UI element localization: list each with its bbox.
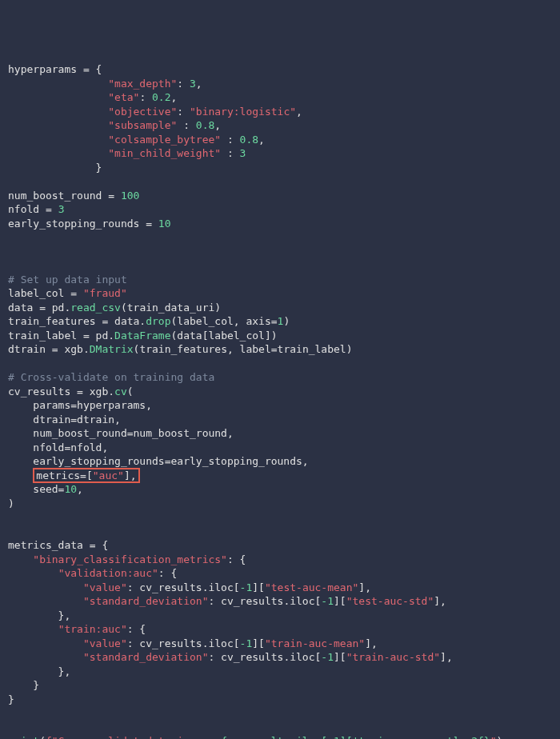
code-line: metrics_data = { — [8, 539, 108, 551]
code-line: } — [8, 679, 39, 691]
code-line: ) — [8, 497, 14, 509]
code-line: early_stopping_rounds=early_stopping_rou… — [8, 455, 309, 467]
code-line: }, — [8, 609, 70, 621]
code-line: nfold = 3 — [8, 203, 64, 215]
code-line: "standard_deviation": cv_results.iloc[-1… — [8, 651, 453, 663]
code-content: hyperparams = { "max_depth": 3, "eta": 0… — [8, 62, 552, 739]
code-line: "colsample_bytree" : 0.8, — [8, 134, 265, 146]
code-line: train_features = data.drop(label_col, ax… — [8, 315, 290, 327]
code-line: # Set up data input — [8, 274, 127, 286]
code-line: cv_results = xgb.cv( — [8, 385, 134, 397]
code-line: }, — [8, 665, 70, 677]
code-line: "validation:auc": { — [8, 567, 177, 579]
code-line: "min_child_weight" : 3 — [8, 147, 246, 159]
code-line: "objective": "binary:logistic", — [8, 106, 302, 118]
code-line: num_boost_round=num_boost_round, — [8, 427, 234, 439]
code-line: train_label = pd.DataFrame(data[label_co… — [8, 330, 278, 342]
code-line: num_boost_round = 100 — [8, 190, 139, 202]
code-line: hyperparams = { — [8, 63, 102, 75]
highlight-metrics-auc: metrics=["auc"], — [33, 468, 139, 483]
code-line: } — [8, 693, 14, 705]
code-line: "binary_classification_metrics": { — [8, 553, 246, 565]
code-line: metrics=["auc"], — [8, 468, 140, 483]
code-line: "value": cv_results.iloc[-1]["test-auc-m… — [8, 581, 371, 593]
code-line: dtrain=dtrain, — [8, 413, 121, 425]
code-line: label_col = "fraud" — [8, 287, 127, 299]
code-line: "subsample" : 0.8, — [8, 119, 221, 131]
code-line: "eta": 0.2, — [8, 91, 177, 103]
code-line: seed=10, — [8, 483, 83, 495]
code-line: } — [8, 162, 102, 174]
code-line: early_stopping_rounds = 10 — [8, 218, 171, 230]
code-line: data = pd.read_csv(train_data_uri) — [8, 302, 221, 314]
code-line: "standard_deviation": cv_results.iloc[-1… — [8, 595, 446, 607]
code-line: "train:auc": { — [8, 623, 146, 635]
code-line: print(f"Cross-validated train-auc:{cv_re… — [8, 735, 502, 739]
code-line: dtrain = xgb.DMatrix(train_features, lab… — [8, 343, 353, 355]
code-line: # Cross-validate on training data — [8, 371, 214, 383]
code-line: "value": cv_results.iloc[-1]["train-auc-… — [8, 637, 378, 649]
code-line: "max_depth": 3, — [8, 78, 202, 90]
code-line: params=hyperparams, — [8, 399, 152, 411]
code-line: nfold=nfold, — [8, 441, 108, 453]
